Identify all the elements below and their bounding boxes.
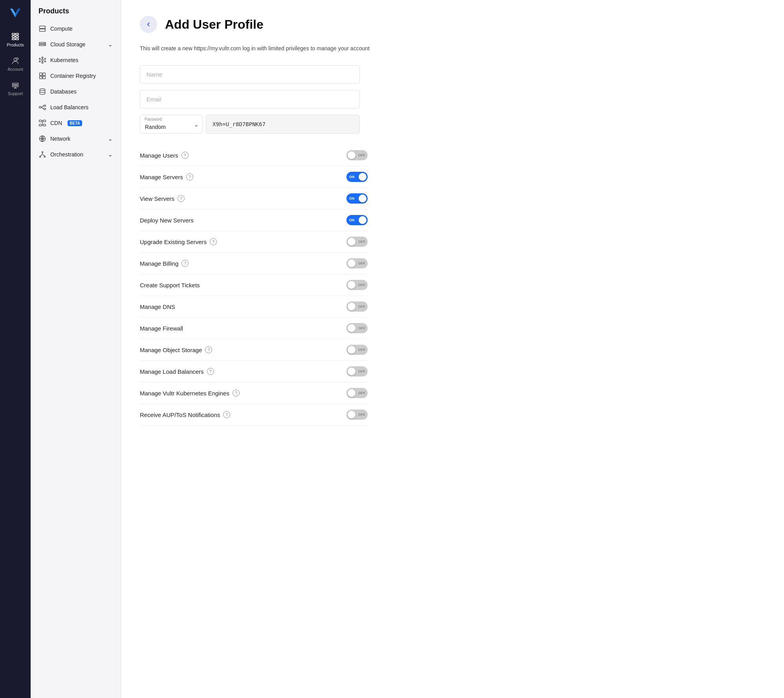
svg-point-50 [42,152,43,153]
svg-rect-7 [16,36,18,37]
permission-row-manage-kubernetes: Manage Vultr Kubernetes Engines?OFF [140,382,368,404]
sidebar-title: Products [31,0,121,21]
permission-row-manage-servers: Manage Servers?ON [140,166,368,188]
help-icon-manage-servers[interactable]: ? [186,173,193,180]
svg-rect-35 [43,76,46,79]
toggle-upgrade-existing-servers[interactable]: OFF [346,237,368,247]
permission-row-manage-firewall: Manage FirewallOFF [140,318,368,339]
permission-label-manage-object-storage: Manage Object Storage? [140,346,212,353]
toggle-view-servers[interactable]: ON [346,193,368,204]
svg-point-36 [40,89,45,91]
svg-rect-34 [40,76,42,79]
svg-rect-39 [44,108,46,110]
svg-point-52 [44,156,45,157]
svg-line-54 [40,154,42,156]
toggle-create-support-tickets[interactable]: OFF [346,280,368,290]
permission-label-manage-dns: Manage DNS [140,303,175,310]
sidebar-item-cdn[interactable]: CDN BETA [31,115,121,131]
permission-label-manage-kubernetes: Manage Vultr Kubernetes Engines? [140,389,240,397]
svg-rect-8 [16,39,18,40]
svg-line-55 [42,154,45,156]
permission-label-manage-users: Manage Users? [140,152,189,159]
sidebar-item-kubernetes[interactable]: Kubernetes [31,52,121,68]
permission-row-manage-dns: Manage DNSOFF [140,296,368,318]
sidebar-item-load-balancers[interactable]: Load Balancers [31,99,121,115]
svg-rect-43 [43,120,46,122]
network-chevron: ⌄ [108,136,113,142]
sidebar-item-databases[interactable]: Databases [31,84,121,99]
permission-label-deploy-new-servers: Deploy New Servers [140,217,194,224]
password-row: Password Random ⌄ X9h=U_r8D7BPNK67 [140,115,360,134]
svg-rect-3 [12,33,15,35]
password-type-wrapper[interactable]: Password Random ⌄ [140,115,203,134]
help-icon-upgrade-existing-servers[interactable]: ? [210,238,217,245]
main-content: Add User Profile This will create a new … [121,0,784,698]
permission-label-upgrade-existing-servers: Upgrade Existing Servers? [140,238,217,245]
svg-rect-33 [43,73,46,76]
help-icon-manage-kubernetes[interactable]: ? [233,389,240,397]
toggle-manage-billing[interactable]: OFF [346,258,368,268]
nav-item-account[interactable]: + Account [7,57,23,72]
sidebar-item-orchestration[interactable]: Orchestration ⌄ [31,147,121,162]
permission-label-manage-servers: Manage Servers? [140,173,193,180]
svg-rect-5 [12,39,15,40]
svg-point-21 [44,43,45,43]
svg-point-26 [39,58,40,59]
svg-rect-6 [16,33,18,35]
permission-row-manage-billing: Manage Billing?OFF [140,253,368,274]
name-field[interactable] [140,65,360,84]
toggle-manage-object-storage[interactable]: OFF [346,345,368,355]
svg-rect-4 [12,36,15,37]
svg-point-27 [44,58,46,59]
permission-label-manage-billing: Manage Billing? [140,260,189,267]
help-icon-manage-users[interactable]: ? [181,152,189,159]
email-field[interactable] [140,90,360,108]
help-icon-view-servers[interactable]: ? [178,195,185,202]
sidebar-item-cloud-storage[interactable]: Cloud Storage ⌄ [31,37,121,52]
svg-point-18 [44,30,45,31]
permission-row-manage-users: Manage Users?OFF [140,145,368,166]
toggle-manage-firewall[interactable]: OFF [346,323,368,333]
password-label: Password [145,117,162,121]
svg-rect-37 [39,107,41,108]
back-button[interactable] [140,16,157,33]
help-icon-manage-object-storage[interactable]: ? [205,346,212,353]
permission-row-upgrade-existing-servers: Upgrade Existing Servers?OFF [140,231,368,253]
sidebar-item-container-registry[interactable]: Container Registry [31,68,121,84]
toggle-manage-kubernetes[interactable]: OFF [346,388,368,398]
toggle-manage-users[interactable]: OFF [346,150,368,160]
nav-item-products[interactable]: Products [7,32,24,47]
svg-point-17 [44,27,45,28]
sidebar-item-network[interactable]: Network ⌄ [31,131,121,147]
orchestration-chevron: ⌄ [108,151,113,158]
permission-label-manage-load-balancers: Manage Load Balancers? [140,368,214,375]
svg-point-12 [13,84,15,86]
svg-point-22 [44,45,45,45]
name-input[interactable] [140,65,360,84]
permission-row-manage-object-storage: Manage Object Storage?OFF [140,339,368,361]
nav-item-support[interactable]: Support [8,81,23,96]
svg-rect-42 [39,120,42,122]
toggle-manage-servers[interactable]: ON [346,172,368,182]
svg-point-14 [16,84,17,86]
logo[interactable] [7,5,24,21]
help-icon-manage-load-balancers[interactable]: ? [207,368,214,375]
svg-point-51 [40,156,41,157]
toggle-manage-dns[interactable]: OFF [346,301,368,312]
permission-row-manage-load-balancers: Manage Load Balancers?OFF [140,361,368,382]
permission-label-receive-aup: Receive AUP/ToS Notifications? [140,411,230,418]
permission-row-receive-aup: Receive AUP/ToS Notifications?OFF [140,404,368,426]
toggle-deploy-new-servers[interactable]: ON [346,215,368,225]
svg-rect-32 [40,73,42,76]
svg-point-13 [15,84,16,86]
toggle-manage-load-balancers[interactable]: OFF [346,366,368,377]
page-header: Add User Profile [140,16,765,33]
email-input[interactable] [140,90,360,108]
toggle-receive-aup[interactable]: OFF [346,410,368,420]
help-icon-receive-aup[interactable]: ? [223,411,230,418]
permission-row-create-support-tickets: Create Support TicketsOFF [140,274,368,296]
permission-row-deploy-new-servers: Deploy New ServersON [140,209,368,231]
svg-line-41 [41,107,44,109]
sidebar-item-compute[interactable]: Compute [31,21,121,37]
help-icon-manage-billing[interactable]: ? [181,260,189,267]
